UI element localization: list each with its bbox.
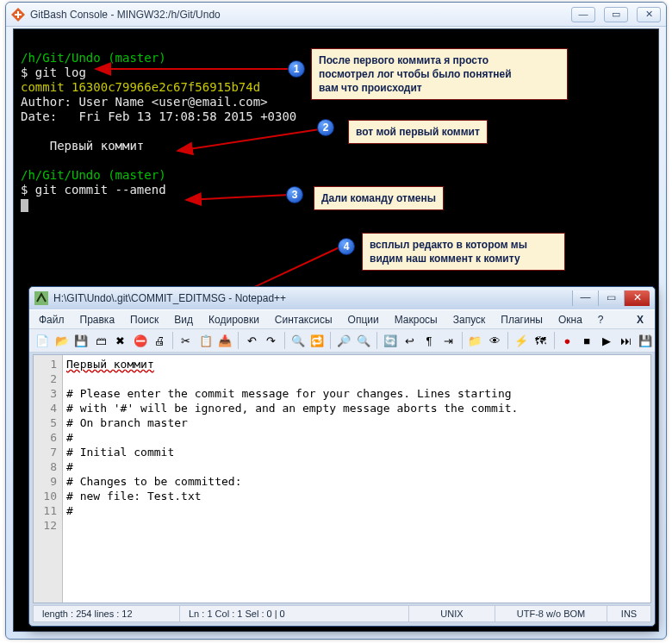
npp-toolbar: 📄 📂 💾 🗃 ✖ ⛔ 🖨 ✂ 📋 📥 ↶ ↷ 🔍 🔁 🔎 🔍 xyxy=(29,328,655,353)
record-icon[interactable]: ● xyxy=(558,331,577,350)
badge-2: 2 xyxy=(317,119,334,136)
wrap-icon[interactable]: ↩ xyxy=(400,331,419,350)
notepadpp-window: H:\GIT\Undo\.git\COMMIT_EDITMSG - Notepa… xyxy=(28,286,656,627)
undo-icon[interactable]: ↶ xyxy=(242,331,261,350)
gitbash-titlebar[interactable]: GitBash Console - MINGW32:/h/Git/Undo — … xyxy=(6,3,666,27)
notepadpp-titlebar[interactable]: H:\GIT\Undo\.git\COMMIT_EDITMSG - Notepa… xyxy=(29,287,655,309)
gitbash-icon xyxy=(11,8,25,22)
print-icon[interactable]: 🖨 xyxy=(150,331,169,350)
badge-3: 3 xyxy=(286,186,303,203)
npp-statusbar: length : 254 lines : 12 Ln : 1 Col : 1 S… xyxy=(33,605,651,622)
menu-syntax[interactable]: Синтаксисы xyxy=(269,312,339,328)
callout-1: После первого коммита я просто посмотрел… xyxy=(311,48,568,100)
close-icon[interactable]: ✖ xyxy=(111,331,130,350)
console-area[interactable]: /h/Git/Undo (master) $ git log commit 16… xyxy=(13,28,659,632)
find-icon[interactable]: 🔍 xyxy=(289,331,308,350)
status-length: length : 254 lines : 12 xyxy=(34,606,180,621)
menu-edit[interactable]: Правка xyxy=(74,312,121,328)
savemacro-icon[interactable]: 💾 xyxy=(636,331,655,350)
maximize-button[interactable]: ▭ xyxy=(604,7,628,22)
npp-close-button[interactable]: ✕ xyxy=(624,290,650,306)
stop-icon[interactable]: ■ xyxy=(577,331,596,350)
paste-icon[interactable]: 📥 xyxy=(216,331,235,350)
npp-window-controls: — ▭ ✕ xyxy=(572,290,650,306)
menu-plugins[interactable]: Плагины xyxy=(495,312,549,328)
menu-options[interactable]: Опции xyxy=(342,312,385,328)
close-button[interactable]: ✕ xyxy=(637,7,661,22)
status-eol: UNIX xyxy=(409,606,495,621)
menu-help[interactable]: ? xyxy=(592,312,610,328)
npp-maximize-button[interactable]: ▭ xyxy=(598,290,624,306)
npp-editor[interactable]: 123456789101112 Первый коммит # Please e… xyxy=(33,354,651,603)
npp-minimize-button[interactable]: — xyxy=(572,290,598,306)
callout-3: Дали команду отмены xyxy=(314,186,444,210)
menu-run[interactable]: Запуск xyxy=(447,312,492,328)
copy-icon[interactable]: 📋 xyxy=(196,331,215,350)
menu-view[interactable]: Вид xyxy=(168,312,199,328)
npp-menubar: Файл Правка Поиск Вид Кодировки Синтакси… xyxy=(29,309,655,328)
terminal-output: /h/Git/Undo (master) $ git log commit 16… xyxy=(14,36,296,215)
monitor-icon[interactable]: 👁 xyxy=(485,331,504,350)
save-icon[interactable]: 💾 xyxy=(72,331,90,350)
menu-encoding[interactable]: Кодировки xyxy=(202,312,265,328)
func-icon[interactable]: ⚡ xyxy=(512,331,531,350)
notepadpp-title: H:\GIT\Undo\.git\COMMIT_EDITMSG - Notepa… xyxy=(53,292,572,304)
redo-icon[interactable]: ↷ xyxy=(262,331,281,350)
sync-icon[interactable]: 🔄 xyxy=(381,331,400,350)
callout-4: всплыл редакто в котором мы видим наш ко… xyxy=(362,233,565,271)
zoomout-icon[interactable]: 🔍 xyxy=(354,331,373,350)
notepadpp-icon xyxy=(34,291,48,305)
badge-1: 1 xyxy=(288,60,305,78)
menu-search[interactable]: Поиск xyxy=(124,312,165,328)
menu-windows[interactable]: Окна xyxy=(552,312,588,328)
status-encoding: UTF-8 w/o BOM xyxy=(495,606,607,621)
open-icon[interactable]: 📂 xyxy=(53,331,72,350)
closeall-icon[interactable]: ⛔ xyxy=(131,331,150,350)
minimize-button[interactable]: — xyxy=(571,7,595,22)
npp-code[interactable]: Первый коммит # Please enter the commit … xyxy=(63,355,650,602)
gitbash-title: GitBash Console - MINGW32:/h/Git/Undo xyxy=(30,9,571,21)
replace-icon[interactable]: 🔁 xyxy=(308,331,327,350)
folder-icon[interactable]: 📁 xyxy=(466,331,485,350)
npp-menu-x[interactable]: X xyxy=(631,312,650,328)
menu-macros[interactable]: Макросы xyxy=(389,312,444,328)
map-icon[interactable]: 🗺 xyxy=(532,331,551,350)
saveall-icon[interactable]: 🗃 xyxy=(91,331,110,350)
indent-icon[interactable]: ⇥ xyxy=(439,331,458,350)
window-controls: — ▭ ✕ xyxy=(571,7,661,22)
npp-gutter: 123456789101112 xyxy=(34,355,63,602)
play-icon[interactable]: ▶ xyxy=(597,331,616,350)
zoomin-icon[interactable]: 🔎 xyxy=(334,331,353,350)
callout-2: вот мой первый коммит xyxy=(348,120,488,144)
cut-icon[interactable]: ✂ xyxy=(177,331,196,350)
playrep-icon[interactable]: ⏭ xyxy=(617,331,636,350)
new-icon[interactable]: 📄 xyxy=(33,331,52,350)
menu-file[interactable]: Файл xyxy=(33,312,71,328)
status-mode: INS xyxy=(607,606,650,621)
badge-4: 4 xyxy=(338,238,355,255)
chars-icon[interactable]: ¶ xyxy=(420,331,439,350)
gitbash-window: GitBash Console - MINGW32:/h/Git/Undo — … xyxy=(5,2,667,640)
status-pos: Ln : 1 Col : 1 Sel : 0 | 0 xyxy=(180,606,409,621)
